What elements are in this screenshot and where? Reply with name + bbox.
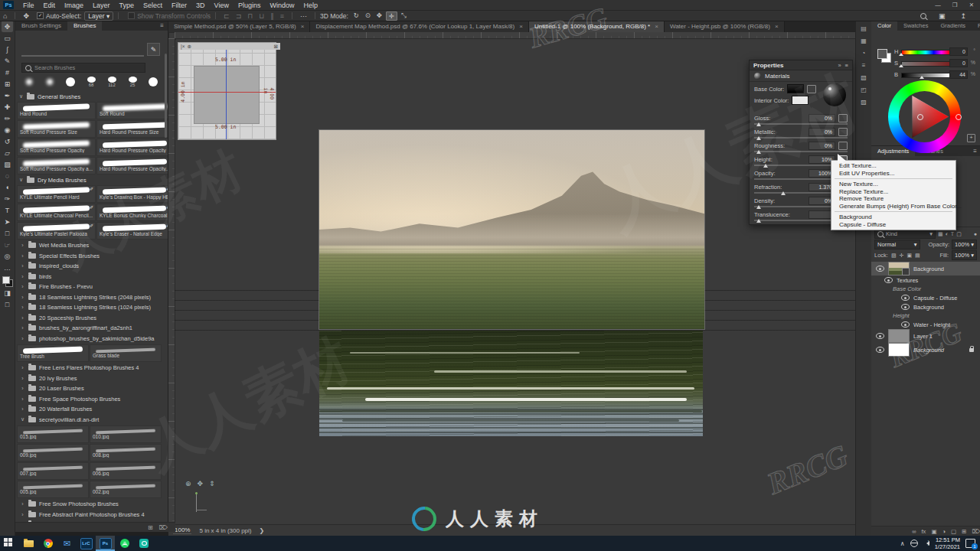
brush-folder[interactable]: ›Free Abstract Paint Photoshop Brushes 4: [15, 510, 163, 520]
menu-file[interactable]: File: [18, 2, 39, 9]
brush-item[interactable]: 010.jpg: [90, 425, 162, 443]
type-tool[interactable]: T: [2, 204, 13, 216]
taskbar-spotify-icon[interactable]: [115, 536, 134, 551]
collapsed-panel-icon[interactable]: ▨: [861, 99, 867, 106]
brush-item[interactable]: ✐Kyle's Ultimate Pastel Palooza: [17, 222, 96, 240]
brush-folder[interactable]: ›Special Effects Brushes: [15, 251, 163, 262]
texture-menu-icon[interactable]: [838, 128, 848, 136]
slider-value[interactable]: 0: [949, 47, 968, 56]
menu-item-replace-texture-[interactable]: Replace Texture...: [831, 188, 956, 196]
foreground-color-swatch[interactable]: [2, 276, 10, 284]
adjustment-layer-icon[interactable]: ◑: [942, 528, 946, 535]
slider-thumb[interactable]: [756, 205, 761, 209]
close-tab-icon[interactable]: ×: [775, 23, 779, 30]
texture-row[interactable]: Water - Height: [871, 320, 980, 329]
recent-brush[interactable]: [144, 75, 162, 89]
brush-size-slider[interactable]: [21, 55, 144, 57]
slider-thumb[interactable]: [756, 122, 761, 126]
brush-folder[interactable]: ›Free Space Photoshop Brushes: [15, 394, 163, 405]
shape-tool[interactable]: □: [2, 227, 13, 239]
3d-mode-icon[interactable]: ⤡: [399, 11, 409, 21]
zoom-level[interactable]: 100%: [173, 527, 191, 534]
tab-swatches[interactable]: Swatches: [897, 21, 935, 31]
auto-select-target-dropdown[interactable]: Layer ▾: [84, 11, 113, 21]
close-tab-icon[interactable]: ×: [655, 23, 658, 30]
base-color-swatch[interactable]: [787, 84, 804, 93]
pan-camera-icon[interactable]: ✥: [198, 480, 204, 487]
brush-folder[interactable]: ›photoshop_brushes_by_sakimichan_d5ide9a: [15, 334, 163, 344]
slider-thumb[interactable]: [756, 136, 761, 140]
water-plane[interactable]: [319, 331, 703, 436]
brush-stroke-preview-button[interactable]: ✎: [147, 43, 160, 56]
hue-marker[interactable]: [956, 114, 962, 120]
menu-plugins[interactable]: Plugins: [234, 2, 266, 9]
material-preview-sphere[interactable]: [823, 83, 846, 106]
taskbar-chrome-icon[interactable]: [38, 536, 57, 551]
recent-brush[interactable]: [20, 75, 38, 89]
menu-item-edit-texture-[interactable]: Edit Texture...: [831, 162, 956, 170]
menu-help[interactable]: Help: [299, 2, 323, 9]
filter-adjustment-icon[interactable]: ◐: [946, 231, 949, 236]
brush-folder[interactable]: ›Free Snow Photoshop Brushes: [15, 499, 163, 510]
slider-value[interactable]: 44: [949, 70, 968, 79]
gradient-tool[interactable]: ▨: [2, 158, 13, 170]
texture-menu-icon[interactable]: [838, 114, 848, 122]
crop-tool[interactable]: #: [2, 67, 13, 78]
document-tab[interactable]: Simple Method.psd @ 50% (Layer 5, RGB/8)…: [168, 21, 310, 32]
filter-type-icon[interactable]: T: [951, 231, 954, 236]
quick-mask-icon[interactable]: ◨: [2, 287, 13, 298]
recent-brush[interactable]: 112: [103, 75, 121, 89]
brush-item[interactable]: Soft Round Pressure Size: [17, 120, 96, 138]
home-icon[interactable]: ⌂: [0, 12, 10, 20]
close-secondary-view-icon[interactable]: ⊠: [274, 44, 278, 50]
search-icon[interactable]: [920, 13, 926, 19]
visibility-eye-icon[interactable]: [876, 347, 884, 353]
texture-section-header[interactable]: Base Color: [871, 285, 980, 293]
layer-row[interactable]: Layer 1: [871, 329, 980, 343]
3d-axis-widget[interactable]: [196, 494, 197, 512]
menu-item-remove-texture[interactable]: Remove Texture: [831, 195, 956, 203]
slider-track[interactable]: [901, 61, 950, 67]
slider-thumb[interactable]: [756, 219, 761, 223]
restore-button[interactable]: ❐: [946, 2, 963, 8]
brush-item[interactable]: 015.jpg: [17, 425, 89, 443]
filter-toggle-icon[interactable]: ●: [974, 231, 977, 236]
filter-shape-icon[interactable]: ▢: [956, 231, 962, 237]
menu-edit[interactable]: Edit: [39, 2, 60, 9]
brush-tool[interactable]: ✏: [2, 112, 13, 124]
frame-tool[interactable]: ⊞: [2, 78, 13, 90]
volume-icon[interactable]: [923, 541, 929, 546]
share-icon[interactable]: ↥: [957, 12, 969, 20]
history-brush-tool[interactable]: ↺: [2, 135, 13, 147]
move-tool-icon[interactable]: ✥: [20, 12, 32, 20]
brush-folder[interactable]: ›birds: [15, 272, 163, 282]
screen-mode-icon[interactable]: □: [2, 298, 13, 310]
status-caret-icon[interactable]: ❯: [260, 527, 265, 534]
visibility-eye-icon[interactable]: [884, 277, 893, 283]
lock-position-icon[interactable]: ▣: [906, 253, 912, 259]
show-transform-checkbox[interactable]: [128, 12, 135, 19]
document-tab[interactable]: Displacement Map Method.psd @ 67.6% (Col…: [310, 21, 528, 32]
triangle-marker[interactable]: [917, 114, 923, 120]
collapse-panel-icon[interactable]: »: [838, 62, 841, 69]
path-select-tool[interactable]: ➤: [2, 216, 13, 227]
foreground-background-swatches[interactable]: [877, 49, 891, 63]
orbit-camera-icon[interactable]: ⊕: [185, 480, 191, 487]
brush-folder[interactable]: ›inspired_clouds: [15, 261, 163, 272]
collapsed-panel-icon[interactable]: ≡: [862, 62, 866, 69]
close-tab-icon[interactable]: ×: [519, 23, 523, 30]
3d-mode-icon[interactable]: ↻: [351, 11, 361, 21]
slider-thumb[interactable]: [899, 64, 903, 67]
dodge-tool[interactable]: ◖: [2, 181, 13, 193]
brush-folder[interactable]: ›Free Lens Flares Photoshop Brushes 4: [15, 363, 163, 373]
brush-item[interactable]: ✐KYLE Bonus Chunky Charcoal: [96, 204, 168, 221]
visibility-eye-icon[interactable]: [901, 304, 910, 310]
secondary-top-view[interactable]: 5.00 in 5.00 in 4.00 in 4.00 in |×⊕⊠: [178, 42, 276, 140]
tray-chevron-icon[interactable]: ∧: [900, 540, 905, 547]
brush-item[interactable]: Hard Round: [17, 102, 96, 119]
layer-effects-icon[interactable]: fx: [922, 528, 926, 535]
marquee-tool[interactable]: ▭: [2, 32, 13, 44]
slider-thumb[interactable]: [763, 164, 768, 168]
blend-mode-dropdown[interactable]: Normal▾: [874, 240, 920, 249]
menu-item-background[interactable]: Background: [831, 214, 956, 221]
